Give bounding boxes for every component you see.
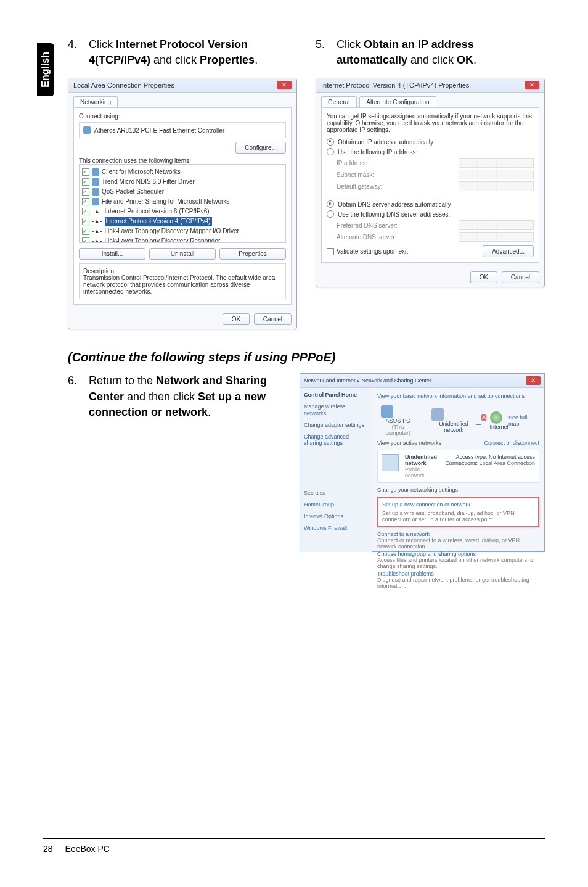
dialog-title: Internet Protocol Version 4 (TCP/IPv4) P… [321,81,469,89]
configure-button[interactable]: Configure... [235,142,286,154]
change-settings-label: Change your networking settings [377,487,539,493]
sidebar-item[interactable]: Change advanced sharing settings [304,434,368,447]
section-heading: (Continue the following steps if using P… [68,350,545,365]
close-icon[interactable]: ✕ [526,376,541,385]
description-text: Transmission Control Protocol/Internet P… [83,274,282,295]
page-footer: 28 EeeBox PC [43,838,545,854]
install-button[interactable]: Install... [79,248,145,260]
step-text: Return to the Network and Sharing Center… [89,373,281,420]
ipv4-item-selected[interactable]: Internet Protocol Version 4 (TCP/IPv4) [105,217,212,226]
uninstall-button[interactable]: Uninstall [149,248,216,260]
close-icon[interactable]: ✕ [525,81,539,89]
sidebar-item[interactable]: Internet Options [304,513,368,520]
main-lead: View your basic network information and … [377,393,539,399]
adapter-name: Atheros AR8132 PCI-E Fast Ethernet Contr… [94,127,224,134]
connect-disconnect-link[interactable]: Connect or disconnect [484,440,539,446]
alt-dns-field [459,232,534,242]
sidebar-item[interactable]: Manage wireless networks [304,403,368,417]
share-icon [92,198,99,205]
gateway-field [459,181,534,191]
properties-button[interactable]: Properties [219,248,286,260]
step-5: 5. Click Obtain an IP address automatica… [316,37,545,68]
adapter-icon [83,126,91,134]
setup-new-connection-option[interactable]: Set up a new connection or network Set u… [377,497,539,527]
radio-obtain-ip[interactable] [327,138,334,146]
tab-general[interactable]: General [321,96,357,107]
globe-icon [490,411,502,424]
ok-button[interactable]: OK [470,271,497,283]
close-icon[interactable]: ✕ [277,81,292,89]
full-map-link[interactable]: See full map [508,415,536,427]
radio-use-ip[interactable] [327,148,334,155]
qos-icon [92,188,99,196]
step-text: Click Obtain an IP address automatically… [337,37,545,68]
side-heading: Control Panel Home [304,392,368,398]
connect-using-label: Connect using: [79,113,286,120]
client-icon [92,168,99,176]
ipv4-explain: You can get IP settings assigned automat… [327,113,534,133]
step-6: 6. Return to the Network and Sharing Cen… [68,373,281,420]
subnet-mask-field [459,170,534,179]
language-tab: English [37,43,54,96]
sidebar-item[interactable]: HomeGroup [304,501,368,508]
radio-use-dns[interactable] [327,210,334,218]
step-4: 4. Click Internet Protocol Version 4(TCP… [68,37,297,68]
see-also-label: See also [304,490,368,497]
troubleshoot-option[interactable]: Troubleshoot problems Diagnose and repai… [377,571,539,589]
tab-networking[interactable]: Networking [73,96,118,107]
no-connection-icon: ✕ [481,414,486,421]
step-number: 6. [68,373,89,420]
driver-icon [92,178,99,186]
dialog-title: Local Area Connection Properties [73,81,174,89]
advanced-button[interactable]: Advanced... [483,245,534,257]
uses-label: This connection uses the following items… [79,157,286,164]
step-text: Click Internet Protocol Version 4(TCP/IP… [89,37,297,68]
network-sharing-window: Network and Internet ▸ Network and Shari… [300,373,545,552]
tab-alternate[interactable]: Alternate Configuration [359,96,436,107]
items-listbox[interactable]: Client for Microsoft Networks Trend Micr… [79,164,286,243]
sidebar-item[interactable]: Change adapter settings [304,422,368,429]
product-name: EeeBox PC [65,844,110,854]
homegroup-option[interactable]: Choose homegroup and sharing options Acc… [377,551,539,569]
ok-button[interactable]: OK [223,313,250,325]
ip-address-field [459,158,534,168]
description-label: Description [83,268,282,274]
ipv4-properties-dialog: Internet Protocol Version 4 (TCP/IPv4) P… [316,78,545,287]
step-number: 4. [68,37,89,68]
connect-network-option[interactable]: Connect to a network Connect or reconnec… [377,531,539,550]
network-status-icon [382,454,399,471]
sidebar-item[interactable]: Windows Firewall [304,525,368,532]
radio-obtain-dns[interactable] [327,200,334,208]
validate-checkbox[interactable] [327,248,334,255]
cancel-button[interactable]: Cancel [502,271,539,283]
lac-link[interactable]: Local Area Connection [479,460,535,466]
page-number: 28 [43,844,53,854]
pc-icon [381,405,393,418]
breadcrumb[interactable]: Network and Internet ▸ Network and Shari… [304,377,431,384]
network-icon [431,408,444,421]
lac-properties-dialog: Local Area Connection Properties ✕ Netwo… [68,78,297,329]
cancel-button[interactable]: Cancel [254,313,292,325]
pref-dns-field [459,220,534,230]
step-number: 5. [316,37,337,68]
